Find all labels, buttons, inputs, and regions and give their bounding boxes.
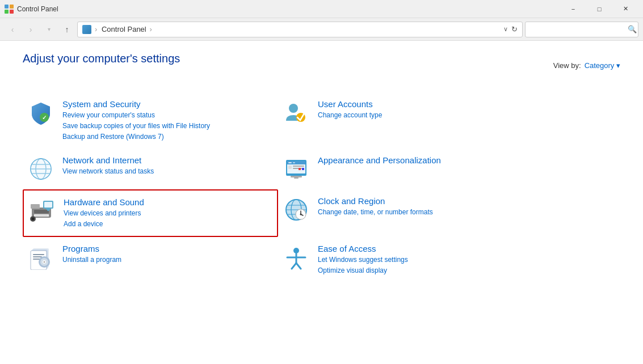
category-programs: Programs Uninstall a program	[23, 237, 278, 282]
ease-of-access-title[interactable]: Ease of Access	[318, 244, 529, 253]
user-accounts-links: Change account type	[318, 110, 529, 120]
address-dropdown-button[interactable]: ∨	[503, 26, 508, 33]
breadcrumb-item[interactable]: Control Panel	[102, 25, 146, 33]
user-accounts-link-0[interactable]: Change account type	[318, 110, 529, 120]
category-user-accounts: User Accounts Change account type	[278, 92, 533, 149]
svg-rect-52	[33, 256, 42, 257]
svg-rect-22	[291, 176, 302, 177]
network-internet-link-0[interactable]: View network status and tasks	[62, 166, 274, 176]
svg-point-47	[300, 214, 302, 215]
titlebar-controls: − □ ✕	[560, 0, 638, 18]
hardware-sound-text: Hardware and Sound View devices and prin…	[64, 197, 272, 229]
network-internet-text: Network and Internet View network status…	[62, 155, 274, 176]
view-by-label: View by:	[553, 61, 581, 70]
category-clock-region: Clock and Region Change date, time, or n…	[278, 189, 533, 237]
minimize-button[interactable]: −	[560, 0, 586, 18]
view-by-value[interactable]: Category ▾	[585, 61, 620, 70]
svg-rect-28	[31, 204, 40, 209]
programs-icon	[27, 244, 54, 271]
appearance-icon	[283, 155, 310, 183]
forward-button[interactable]: ›	[23, 22, 39, 37]
programs-title[interactable]: Programs	[62, 244, 274, 253]
clock-region-title[interactable]: Clock and Region	[318, 196, 529, 206]
svg-rect-32	[44, 202, 52, 208]
hardware-sound-links: View devices and printers Add a device	[64, 208, 272, 229]
up-button[interactable]: ↑	[59, 22, 75, 37]
svg-rect-27	[34, 210, 49, 213]
svg-rect-24	[299, 168, 301, 170]
category-hardware-sound: Hardware and Sound View devices and prin…	[23, 189, 278, 237]
hardware-sound-link-0[interactable]: View devices and printers	[64, 208, 272, 218]
ease-of-access-link-0[interactable]: Let Windows suggest settings	[318, 255, 529, 265]
hardware-sound-icon	[28, 197, 56, 225]
svg-rect-51	[33, 254, 44, 255]
ease-of-access-text: Ease of Access Let Windows suggest setti…	[318, 244, 529, 276]
breadcrumb-end: ›	[149, 25, 152, 33]
breadcrumb-text: › Control Panel ›	[95, 25, 500, 33]
category-appearance: Appearance and Personalization	[278, 149, 533, 189]
ease-of-access-links: Let Windows suggest settings Optimize vi…	[318, 255, 529, 276]
clock-region-links: Change date, time, or number formats	[318, 207, 529, 217]
svg-point-13	[31, 159, 51, 179]
category-ease-of-access: Ease of Access Let Windows suggest setti…	[278, 237, 533, 282]
svg-rect-23	[294, 177, 299, 179]
header-row: Adjust your computer's settings View by:…	[23, 52, 620, 79]
system-security-icon: ✓	[27, 99, 54, 126]
refresh-button[interactable]: ↻	[511, 25, 518, 33]
system-security-link-0[interactable]: Review your computer's status	[62, 110, 274, 120]
svg-rect-34	[47, 210, 49, 211]
svg-rect-2	[5, 10, 9, 14]
appearance-title[interactable]: Appearance and Personalization	[318, 155, 529, 165]
system-security-title[interactable]: System and Security	[62, 99, 274, 109]
user-accounts-title[interactable]: User Accounts	[318, 99, 529, 109]
page-title: Adjust your computer's settings	[23, 52, 180, 65]
system-security-link-1[interactable]: Save backup copies of your files with Fi…	[62, 121, 274, 131]
maximize-button[interactable]: □	[586, 0, 612, 18]
svg-rect-0	[5, 5, 9, 9]
system-security-link-2[interactable]: Backup and Restore (Windows 7)	[62, 132, 274, 142]
back-button[interactable]: ‹	[5, 22, 20, 37]
programs-links: Uninstall a program	[62, 255, 274, 265]
network-internet-title[interactable]: Network and Internet	[62, 155, 274, 165]
system-security-text: System and Security Review your computer…	[62, 99, 274, 142]
search-bar[interactable]: 🔍	[525, 22, 638, 37]
user-accounts-text: User Accounts Change account type	[318, 99, 529, 120]
clock-region-link-0[interactable]: Change date, time, or number formats	[318, 207, 529, 217]
close-button[interactable]: ✕	[612, 0, 638, 18]
hardware-sound-title[interactable]: Hardware and Sound	[64, 197, 272, 207]
svg-rect-33	[46, 209, 51, 210]
ease-of-access-link-1[interactable]: Optimize visual display	[318, 265, 529, 276]
category-network-internet: Network and Internet View network status…	[23, 149, 278, 189]
window-title: Control Panel	[17, 5, 58, 13]
category-system-security: ✓ System and Security Review your comput…	[23, 92, 278, 149]
clock-region-icon	[283, 196, 310, 223]
network-internet-links: View network status and tasks	[62, 166, 274, 176]
ease-of-access-icon	[283, 244, 310, 271]
svg-point-6	[289, 104, 298, 113]
svg-point-37	[32, 218, 34, 220]
main-content: Adjust your computer's settings View by:…	[0, 41, 643, 364]
breadcrumb-separator: ›	[95, 25, 97, 33]
svg-rect-17	[288, 162, 292, 163]
programs-text: Programs Uninstall a program	[62, 244, 274, 265]
titlebar-left: Control Panel	[5, 5, 58, 14]
svg-line-61	[292, 263, 296, 269]
svg-rect-21	[288, 166, 292, 169]
search-icon: 🔍	[628, 25, 637, 33]
address-icon	[82, 25, 91, 34]
app-icon	[5, 5, 14, 14]
svg-text:✓: ✓	[42, 115, 47, 121]
search-input[interactable]	[530, 25, 625, 33]
system-security-links: Review your computer's status Save backu…	[62, 110, 274, 142]
programs-link-0[interactable]: Uninstall a program	[62, 255, 274, 265]
navbar: ‹ › ▾ ↑ › Control Panel › ∨ ↻ 🔍	[0, 18, 643, 41]
hardware-sound-link-1[interactable]: Add a device	[64, 219, 272, 229]
svg-point-57	[44, 261, 45, 263]
clock-region-text: Clock and Region Change date, time, or n…	[318, 196, 529, 217]
appearance-text: Appearance and Personalization	[318, 155, 529, 166]
titlebar: Control Panel − □ ✕	[0, 0, 643, 18]
address-bar[interactable]: › Control Panel › ∨ ↻	[77, 22, 523, 37]
categories-grid: ✓ System and Security Review your comput…	[23, 92, 533, 282]
svg-line-62	[296, 263, 301, 269]
recent-button[interactable]: ▾	[41, 22, 57, 37]
